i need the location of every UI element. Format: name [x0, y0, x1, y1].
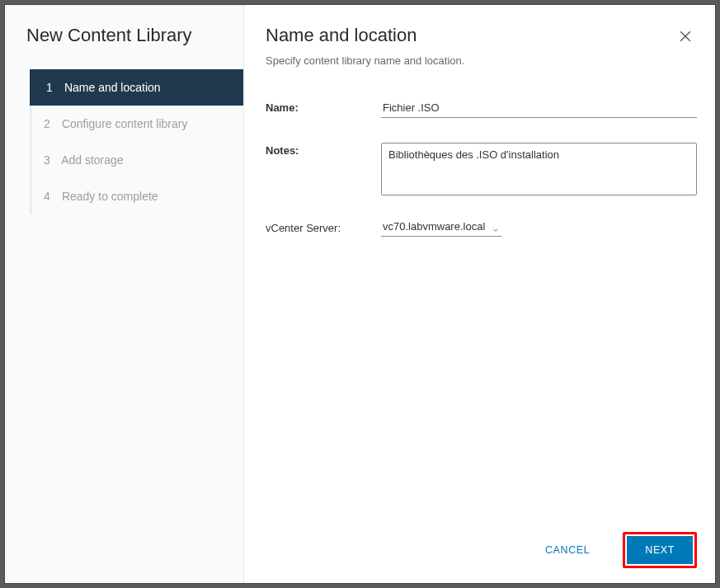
name-label: Name: [266, 100, 381, 114]
wizard-main-panel: Name and location Specify content librar… [244, 5, 715, 583]
step-number: 4 [44, 190, 59, 203]
new-content-library-dialog: New Content Library 1 Name and location … [4, 4, 716, 584]
chevron-down-icon [492, 223, 500, 231]
next-button[interactable]: NEXT [627, 536, 693, 564]
wizard-footer: CANCEL NEXT [530, 532, 697, 568]
step-add-storage: 3 Add storage [32, 142, 243, 178]
wizard-sidebar: New Content Library 1 Name and location … [5, 5, 244, 583]
vcenter-value: vc70.labvmware.local [383, 220, 485, 233]
vcenter-label: vCenter Server: [266, 220, 381, 234]
step-name-and-location[interactable]: 1 Name and location [30, 69, 243, 106]
next-button-highlight: NEXT [623, 532, 697, 568]
step-label: Add storage [61, 153, 124, 167]
row-name: Name: [266, 100, 697, 118]
form: Name: Notes: vCenter Server: vc70.labvmw… [266, 100, 697, 261]
cancel-button[interactable]: CANCEL [530, 536, 605, 564]
name-input[interactable] [381, 100, 697, 118]
step-number: 1 [46, 81, 61, 94]
step-number: 2 [44, 117, 59, 130]
step-label: Configure content library [62, 117, 188, 130]
row-notes: Notes: [266, 143, 697, 195]
step-number: 3 [44, 153, 59, 167]
row-vcenter: vCenter Server: vc70.labvmware.local [266, 220, 697, 237]
notes-textarea[interactable] [381, 143, 697, 195]
page-subtitle: Specify content library name and locatio… [266, 54, 697, 67]
close-icon[interactable] [677, 28, 694, 45]
header-row: Name and location [266, 25, 697, 46]
wizard-steps: 1 Name and location 2 Configure content … [30, 69, 243, 214]
step-label: Name and location [64, 81, 161, 94]
step-label: Ready to complete [62, 190, 158, 203]
page-title: Name and location [266, 25, 416, 46]
step-ready-to-complete: 4 Ready to complete [32, 178, 243, 214]
notes-label: Notes: [266, 143, 381, 157]
wizard-title: New Content Library [5, 25, 243, 69]
step-configure-content-library: 2 Configure content library [32, 106, 243, 142]
vcenter-select[interactable]: vc70.labvmware.local [381, 220, 501, 237]
